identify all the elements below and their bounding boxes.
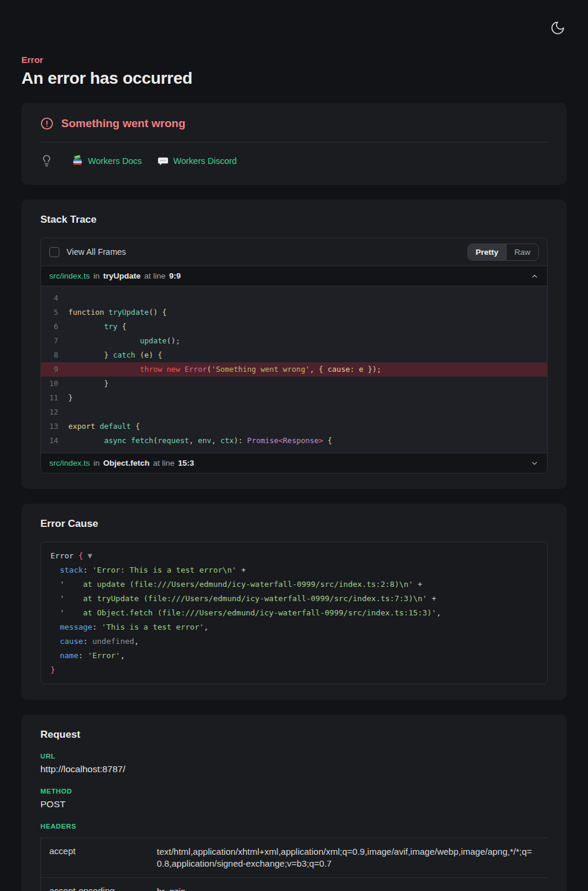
workers-discord-link[interactable]: Workers Discord <box>157 155 237 166</box>
line-number: 9 <box>41 362 68 377</box>
code-token <box>162 365 167 374</box>
frame-in-word: in <box>93 271 100 280</box>
code-token: : <box>83 565 93 574</box>
error-cause-box: Error { ▼ stack: 'Error: This is a test … <box>40 542 548 684</box>
code-token: ctx <box>220 436 234 445</box>
code-token <box>180 365 185 374</box>
error-cause-line-7: cause: undefined, <box>50 634 538 649</box>
frame-line: 9:9 <box>169 271 181 280</box>
frame-at-words: at line <box>144 271 166 280</box>
header-row: accept-encodingbr, gzip <box>41 878 548 891</box>
code-token: } <box>68 393 73 402</box>
code-token: env <box>198 436 211 445</box>
code-token: : <box>78 651 88 660</box>
workers-docs-label: Workers Docs <box>88 156 142 166</box>
code-block: 45function tryUpdate() {6 try {7 update(… <box>41 286 547 453</box>
url-value: http://localhost:8787/ <box>40 764 548 775</box>
code-token: , { cause: e }); <box>309 365 381 374</box>
url-label: URL <box>40 753 548 760</box>
code-token: ( <box>153 436 158 445</box>
line-number: 10 <box>41 377 68 391</box>
code-text: function tryUpdate() { <box>68 305 167 320</box>
code-text: } <box>68 377 109 391</box>
code-token: cause <box>50 637 83 646</box>
stack-toolbar: View All Frames Pretty Raw <box>41 238 547 266</box>
code-token: Promise <box>247 436 279 445</box>
code-token: export <box>68 422 100 431</box>
code-token: request <box>158 436 189 445</box>
code-token: ' at tryUpdate (file:///Users/edmund/icy… <box>50 594 427 603</box>
code-text: export default { <box>68 419 140 434</box>
line-number: 14 <box>41 434 68 448</box>
frame-function: tryUpdate <box>103 271 141 280</box>
collapse-triangle-icon[interactable]: ▼ <box>83 551 93 560</box>
code-token: } <box>50 665 55 674</box>
code-line-5: 5function tryUpdate() { <box>41 305 547 320</box>
stack-frame-header-1[interactable]: src/index.ts in tryUpdate at line 9:9 <box>41 266 547 286</box>
stack-trace-heading: Stack Trace <box>40 214 548 226</box>
code-token: : <box>92 623 102 631</box>
workers-discord-label: Workers Discord <box>173 156 237 166</box>
lightbulb-icon <box>40 154 53 167</box>
header-row: accepttext/html,application/xhtml+xml,ap… <box>41 838 548 878</box>
line-number: 13 <box>41 419 68 434</box>
code-token: new <box>167 365 181 374</box>
header-name: accept <box>41 838 151 877</box>
line-number: 6 <box>41 320 68 334</box>
code-token: 'Error: This is a test error\n' <box>92 565 236 574</box>
code-line-14: 14 async fetch(request, env, ctx): Promi… <box>41 434 547 448</box>
code-token: catch <box>113 350 135 359</box>
code-line-11: 11} <box>41 391 547 405</box>
code-token <box>68 436 104 445</box>
code-token: message <box>50 623 92 631</box>
divider <box>40 142 548 143</box>
error-page-content: Error An error has occurred Something we… <box>0 55 588 891</box>
code-token: async <box>104 436 127 445</box>
code-token: Error <box>185 365 207 374</box>
code-token: 'This is a test error' <box>102 623 204 631</box>
frame-file: src/index.ts <box>49 271 90 280</box>
view-all-frames-checkbox[interactable] <box>49 247 59 257</box>
pretty-button[interactable]: Pretty <box>468 244 506 260</box>
code-token: , <box>211 436 220 445</box>
alert-title: Something went wrong <box>61 117 185 130</box>
error-cause-line-8: name: 'Error', <box>50 649 538 663</box>
code-token: { <box>131 422 140 431</box>
code-token: , <box>120 651 125 660</box>
view-all-frames-control[interactable]: View All Frames <box>49 247 126 257</box>
code-text: try { <box>68 320 127 334</box>
code-text: update(); <box>68 334 180 348</box>
line-number: 8 <box>41 348 68 362</box>
error-kicker: Error <box>21 55 567 65</box>
code-token: { <box>118 322 127 331</box>
code-line-12: 12 <box>41 405 547 419</box>
stack-frame-header-2[interactable]: src/index.ts in Object.fetch at line 15:… <box>41 453 547 473</box>
code-token: update <box>140 336 166 345</box>
speech-balloon-icon <box>157 155 169 166</box>
code-token: } <box>68 350 113 359</box>
raw-button[interactable]: Raw <box>506 244 538 260</box>
workers-docs-link[interactable]: Workers Docs <box>72 155 142 166</box>
code-line-4: 4 <box>41 291 547 305</box>
view-all-frames-label: View All Frames <box>67 247 126 257</box>
line-number: 11 <box>41 391 68 405</box>
code-token: > <box>319 436 324 445</box>
code-text: } <box>68 391 73 405</box>
code-text: } catch (e) { <box>68 348 162 362</box>
line-number: 5 <box>41 305 68 320</box>
method-value: POST <box>40 799 548 810</box>
code-token: + <box>413 580 422 589</box>
headers-table: accepttext/html,application/xhtml+xml,ap… <box>40 838 548 891</box>
headers-label: HEADERS <box>40 823 548 830</box>
code-token <box>68 365 140 374</box>
code-line-13: 13export default { <box>41 419 547 434</box>
theme-toggle-button[interactable] <box>550 20 565 36</box>
code-token: (); <box>167 336 181 345</box>
error-cause-panel: Error Cause Error { ▼ stack: 'Error: Thi… <box>21 504 567 700</box>
code-token: ): <box>234 436 248 445</box>
code-token: 'Error' <box>88 651 121 660</box>
code-line-10: 10 } <box>41 377 547 391</box>
request-heading: Request <box>40 729 548 741</box>
line-number: 12 <box>41 405 68 419</box>
error-cause-line-6: message: 'This is a test error', <box>50 620 538 634</box>
